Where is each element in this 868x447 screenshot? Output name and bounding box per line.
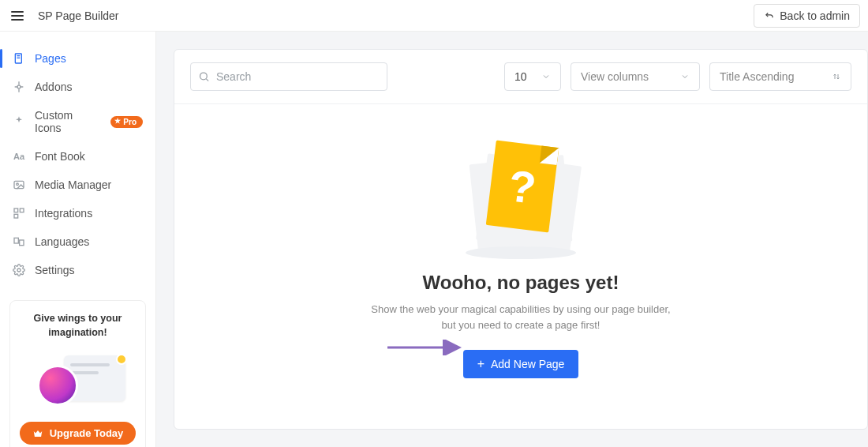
sidebar: Pages Addons Custom Icons Pro Aa Font Bo… (0, 32, 156, 447)
search-input[interactable] (190, 62, 387, 91)
svg-rect-10 (20, 240, 24, 246)
svg-rect-6 (14, 208, 18, 212)
back-to-admin-button[interactable]: Back to admin (754, 4, 860, 28)
page-size-value: 10 (514, 70, 527, 83)
empty-state: ? Wooho, no pages yet! Show the web your… (174, 104, 867, 429)
page-size-select[interactable]: 10 (504, 62, 561, 91)
sidebar-item-label: Settings (35, 264, 75, 276)
app-title: SP Page Builder (38, 9, 118, 22)
topbar: SP Page Builder Back to admin (0, 0, 868, 32)
sidebar-item-label: Languages (35, 235, 89, 248)
undo-icon (764, 10, 775, 21)
svg-point-11 (17, 269, 21, 272)
empty-illustration: ? (450, 136, 592, 262)
content-panel: 10 View columns Title Ascending ? (174, 49, 868, 430)
integrations-icon (13, 207, 25, 220)
svg-point-3 (17, 85, 21, 88)
search-wrap (190, 62, 387, 91)
upgrade-promo: Give wings to your imagination! Upgrade … (9, 300, 146, 447)
addons-icon (13, 81, 25, 93)
crown-icon (32, 428, 43, 439)
sidebar-item-label: Addons (35, 81, 72, 93)
promo-title: Give wings to your imagination! (18, 312, 137, 340)
media-icon (13, 178, 25, 191)
sort-label: Title Ascending (720, 70, 794, 83)
sidebar-item-font-book[interactable]: Aa Font Book (0, 142, 155, 171)
empty-subtitle: Show the web your magical capabilities b… (363, 302, 679, 332)
sidebar-item-settings[interactable]: Settings (0, 256, 155, 284)
sidebar-item-label: Media Manager (35, 178, 111, 191)
svg-rect-8 (14, 214, 18, 218)
sidebar-item-languages[interactable]: Languages (0, 227, 155, 256)
sidebar-item-integrations[interactable]: Integrations (0, 199, 155, 227)
sort-arrows-icon (832, 72, 841, 81)
add-new-page-button[interactable]: + Add New Page (463, 350, 579, 378)
sparkle-icon (13, 115, 25, 128)
sidebar-item-label: Integrations (35, 207, 92, 220)
languages-icon (13, 235, 25, 248)
svg-line-13 (206, 79, 208, 81)
svg-rect-7 (20, 208, 24, 212)
sidebar-item-label: Pages (35, 52, 66, 65)
pro-badge: Pro (110, 116, 143, 128)
nav-list: Pages Addons Custom Icons Pro Aa Font Bo… (0, 44, 155, 284)
topbar-left: SP Page Builder (8, 8, 118, 24)
sidebar-item-label: Font Book (35, 150, 85, 163)
empty-title: Wooho, no pages yet! (423, 272, 619, 294)
sort-select[interactable]: Title Ascending (709, 62, 851, 91)
back-label: Back to admin (780, 9, 850, 22)
chevron-down-icon (541, 72, 551, 81)
promo-illustration (31, 351, 125, 414)
main-content: 10 View columns Title Ascending ? (156, 32, 868, 447)
annotation-arrow (387, 340, 466, 355)
sidebar-item-addons[interactable]: Addons (0, 73, 155, 101)
question-mark-icon: ? (506, 160, 539, 214)
svg-point-12 (200, 73, 208, 80)
view-columns-select[interactable]: View columns (571, 62, 700, 91)
chevron-down-icon (680, 72, 690, 81)
view-columns-label: View columns (581, 70, 649, 83)
sidebar-item-label: Custom Icons (35, 109, 101, 134)
cta-label: Add New Page (491, 358, 564, 370)
gear-icon (13, 264, 25, 276)
sidebar-item-custom-icons[interactable]: Custom Icons Pro (0, 101, 155, 142)
font-icon: Aa (13, 150, 25, 163)
upgrade-label: Upgrade Today (50, 427, 124, 439)
sidebar-item-pages[interactable]: Pages (0, 44, 155, 73)
svg-point-5 (17, 183, 19, 186)
toolbar: 10 View columns Title Ascending (174, 50, 867, 104)
pages-icon (13, 52, 25, 65)
sidebar-item-media-manager[interactable]: Media Manager (0, 171, 155, 199)
upgrade-button[interactable]: Upgrade Today (20, 422, 137, 445)
svg-rect-9 (14, 238, 18, 243)
promo-avatar (37, 365, 78, 406)
menu-toggle[interactable] (8, 8, 27, 24)
search-icon (198, 71, 210, 83)
